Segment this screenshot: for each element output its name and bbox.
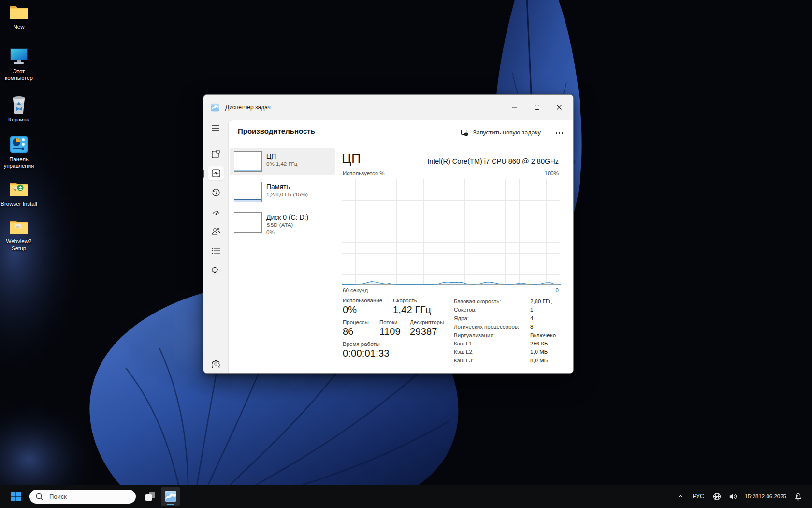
perf-item-subtitle: 0% 1,42 ГГц — [266, 161, 297, 168]
search-input[interactable] — [48, 493, 126, 501]
tray-language-indicator[interactable]: РУС — [688, 487, 709, 506]
folder-download-icon — [8, 180, 29, 198]
stat-label: Потоки — [379, 319, 410, 325]
sidebar-item-details[interactable] — [208, 243, 224, 258]
stat-label: Кэш L3: — [454, 357, 530, 365]
tray-network-button[interactable] — [709, 487, 725, 506]
graph-axis-label-0: 0 — [556, 287, 559, 293]
active-app-indicator — [167, 504, 174, 505]
desktop-icon-this-pc[interactable]: Этот компьютер — [0, 46, 38, 81]
start-button[interactable] — [6, 487, 26, 506]
perf-item-subtitle2: 0% — [266, 229, 308, 236]
window-titlebar[interactable]: Диспетчер задач — [203, 95, 573, 120]
disk-mini-graph — [234, 212, 262, 233]
tray-notifications-button[interactable]: z — [790, 487, 806, 506]
stat-value: 1 — [530, 306, 556, 314]
run-new-task-button[interactable]: Запустить новую задачу — [455, 125, 547, 140]
close-button[interactable] — [548, 99, 570, 116]
task-manager-window: Диспетчер задач — [203, 94, 574, 374]
taskbar-app-generic[interactable] — [141, 487, 160, 506]
sidebar-item-settings[interactable] — [203, 360, 228, 368]
history-clock-icon — [212, 189, 220, 197]
performance-pulse-icon — [212, 169, 220, 177]
stat-value: Включено — [530, 331, 556, 340]
svg-text:z: z — [797, 494, 798, 497]
minimize-button[interactable] — [504, 99, 526, 116]
desktop-icon-recycle-bin[interactable]: Корзина — [0, 95, 38, 123]
stat-label: Кэш L2: — [454, 348, 530, 356]
bell-sleep-icon: z — [794, 492, 803, 501]
sidebar — [203, 120, 228, 373]
task-manager-app-icon — [211, 103, 219, 112]
taskbar-app-task-manager[interactable] — [161, 487, 180, 506]
settings-gear-icon — [212, 360, 220, 368]
stat-value: 86 — [343, 326, 379, 337]
stat-value: 8 — [530, 323, 556, 331]
new-task-icon — [461, 129, 468, 136]
stat-value: 4 — [530, 314, 556, 323]
stat-label: Скорость — [393, 298, 417, 303]
stat-value: 0% — [343, 304, 393, 315]
stat-label: Процессы — [343, 319, 379, 325]
task-manager-icon — [164, 490, 177, 503]
stat-value: 8,0 МБ — [530, 357, 556, 365]
desktop-icon-browser-install[interactable]: Browser Install — [0, 180, 38, 207]
selected-accent-bar — [203, 170, 204, 178]
stat-value: 1,42 ГГц — [393, 304, 431, 315]
sidebar-item-startup-apps[interactable] — [208, 205, 224, 219]
perf-item-cpu[interactable]: ЦП 0% 1,42 ГГц — [230, 148, 335, 175]
maximize-button[interactable] — [526, 99, 548, 116]
stat-value: 29387 — [410, 326, 437, 337]
tray-date: 12.06.2025 — [758, 493, 786, 500]
tray-clock[interactable]: 15:28 12.06.2025 — [741, 487, 790, 506]
perf-item-disk0[interactable]: Диск 0 (C: D:) SSD (ATA) 0% — [230, 209, 335, 239]
speaker-icon — [728, 492, 738, 501]
perf-item-memory[interactable]: Память 1,2/8,0 ГБ (15%) — [230, 179, 335, 206]
run-new-task-label: Запустить новую задачу — [473, 129, 541, 136]
windows-start-icon — [11, 491, 21, 502]
more-options-button[interactable] — [551, 125, 567, 140]
sidebar-item-users[interactable] — [208, 224, 224, 239]
cpu-usage-graph — [342, 179, 560, 285]
perf-item-subtitle: 1,2/8,0 ГБ (15%) — [266, 191, 308, 198]
stat-value: 256 КБ — [530, 340, 556, 348]
stat-label: Время работы — [343, 341, 380, 347]
computer-icon — [8, 46, 30, 66]
graph-axis-label-60s: 60 секунд — [343, 287, 368, 293]
tray-time: 15:28 — [745, 493, 759, 500]
stat-label: Виртуализация: — [454, 331, 530, 340]
performance-list: ЦП 0% 1,42 ГГц Память 1,2/8,0 ГБ (15%) Д… — [230, 148, 335, 243]
content-card: Производительность Запустить новую задач… — [228, 120, 573, 373]
users-icon — [212, 227, 220, 235]
stat-label: Использование — [343, 298, 393, 303]
stat-value: 0:00:01:33 — [343, 348, 390, 359]
sidebar-item-performance[interactable] — [208, 166, 224, 180]
sidebar-item-processes[interactable] — [208, 147, 224, 161]
perf-item-subtitle: SSD (ATA) — [266, 222, 308, 229]
stat-label: Кэш L1: — [454, 340, 530, 348]
taskbar-search[interactable] — [29, 490, 136, 504]
folder-icon — [8, 4, 29, 21]
sidebar-item-app-history[interactable] — [208, 185, 224, 200]
sidebar-item-services[interactable] — [208, 263, 224, 277]
memory-mini-graph — [234, 182, 262, 202]
services-gear-icon — [212, 266, 220, 274]
toolbar-separator — [549, 127, 549, 138]
globe-no-internet-icon — [712, 492, 722, 501]
desktop-icon-label: Корзина — [8, 116, 29, 123]
desktop-icon-label: Webview2 Setup — [0, 238, 38, 252]
desktop-icon-grid: New Этот компьютер — [0, 3, 38, 252]
graph-axis-label-max: 100% — [545, 170, 559, 176]
desktop-icon-webview2-setup[interactable]: Webview2 Setup — [0, 218, 38, 252]
more-options-icon — [556, 132, 557, 134]
tray-show-hidden-icons[interactable] — [673, 487, 688, 506]
menu-hamburger-button[interactable] — [208, 121, 224, 135]
recycle-bin-icon — [9, 95, 29, 114]
desktop-icon-new-folder[interactable]: New — [0, 4, 38, 30]
cpu-stats-right: Базовая скорость:2,80 ГГц Сокетов:1 Ядра… — [454, 298, 556, 365]
desktop-icon-control-panel[interactable]: Панель управления — [0, 135, 38, 169]
stat-label: Ядра: — [454, 314, 530, 323]
chevron-up-icon — [677, 493, 684, 500]
tray-volume-button[interactable] — [725, 487, 741, 506]
folder-setup-icon — [8, 218, 29, 236]
